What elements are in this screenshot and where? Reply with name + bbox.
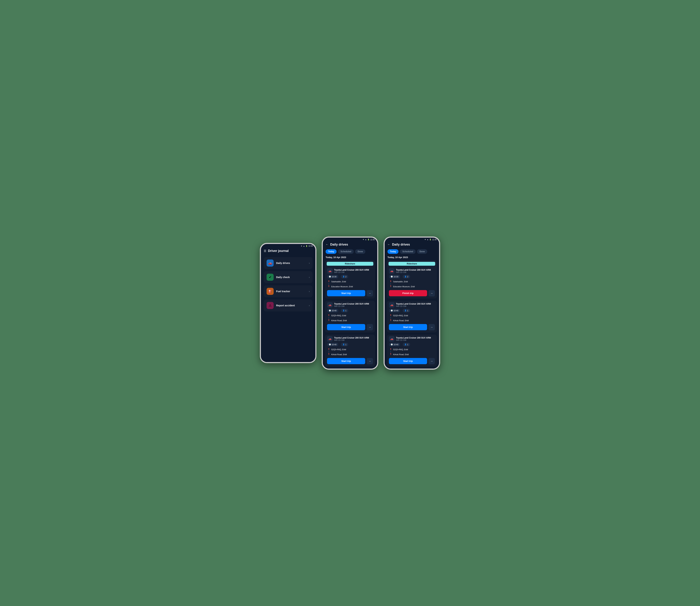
back-icon-3[interactable]: ← bbox=[388, 243, 390, 246]
passengers-value-3-3: 1 bbox=[407, 344, 409, 346]
arrow-button-2-2[interactable]: → bbox=[367, 324, 373, 330]
time-meta-3-2: 🕙 10:40 bbox=[389, 309, 400, 312]
time-meta-2-1: 🕙 10:30 bbox=[327, 275, 338, 278]
screen-2: ← Daily drives Today Scheduled Done Toda… bbox=[323, 240, 377, 369]
trip-card-body-2-1: 🚗 Toyota Land Cruiser 200 SUV ARM 068 CD… bbox=[325, 267, 375, 299]
tab-done-2[interactable]: Done bbox=[355, 249, 365, 254]
status-bar-3: ▼ ▲ 🔋 12:30 bbox=[384, 238, 439, 240]
car-info-2-3: Toyota Land Cruiser 200 SUV ARM 068 CD 3… bbox=[334, 336, 369, 341]
menu-hamburger-icon[interactable]: ☰ bbox=[264, 249, 266, 253]
route-2-2: 📍 52Q5+R6Q, Erbil 📍 Kirkuk Road, Erbil bbox=[327, 314, 373, 322]
car-row-3-1: 🚗 Toyota Land Cruiser 200 SUV ARM 068 CD… bbox=[389, 268, 435, 274]
start-trip-button-3-3[interactable]: Start trip bbox=[389, 358, 427, 364]
passengers-meta-2-2: 👤 1 bbox=[341, 309, 348, 312]
car-icon-3-2: 🚗 bbox=[389, 302, 395, 308]
route-from-2-3: 📍 52Q5+R6Q, Erbil bbox=[328, 348, 373, 351]
phone-2: ▼ ▲ 🔋 12:30 ← Daily drives Today Schedul… bbox=[322, 236, 378, 370]
status-time-2: 12:30 bbox=[370, 239, 375, 240]
meta-row-2-2: 🕙 10:40 👤 1 bbox=[327, 309, 373, 312]
app-title: Driver journal bbox=[268, 249, 289, 253]
battery-icon-3: 🔋 bbox=[429, 239, 431, 240]
start-trip-button-2-3[interactable]: Start trip bbox=[327, 358, 365, 364]
person-icon-2-3: 👤 bbox=[343, 344, 345, 345]
car-info-2-2: Toyota Land Cruiser 200 SUV ARM 068 CD 3… bbox=[334, 303, 369, 307]
car-info-3-1: Toyota Land Cruiser 200 SUV ARM 068 CD 3… bbox=[396, 269, 431, 273]
car-name-3-3: Toyota Land Cruiser 200 SUV ARM bbox=[396, 336, 431, 339]
route-to-3-3: 📍 Kirkuk Road, Erbil bbox=[390, 353, 435, 356]
arrow-button-3-2[interactable]: → bbox=[428, 324, 435, 330]
tab-today-2[interactable]: Today bbox=[326, 249, 336, 254]
person-icon-3-2: 👤 bbox=[404, 309, 406, 311]
tab-scheduled-3[interactable]: Scheduled bbox=[400, 249, 416, 254]
trip-card-2-1: Rideshare 🚗 Toyota Land Cruiser 200 SUV … bbox=[325, 260, 375, 299]
tab-done-3[interactable]: Done bbox=[417, 249, 427, 254]
menu-item-daily-drives[interactable]: 🚗 Daily drives › bbox=[264, 257, 312, 269]
start-trip-button-3-2[interactable]: Start trip bbox=[389, 324, 427, 330]
start-trip-button-2-2[interactable]: Start trip bbox=[327, 324, 365, 330]
car-plate-3-1: 068 CD 338 bbox=[396, 271, 431, 273]
car-name-2-1: Toyota Land Cruiser 200 SUV ARM bbox=[334, 269, 369, 271]
time-value-2-3: 10:40 bbox=[332, 344, 336, 346]
clock-icon-3-1: 🕙 bbox=[391, 276, 393, 278]
car-plate-2-2: 068 CD 338 bbox=[334, 305, 369, 307]
passengers-meta-3-1: 👤 2 bbox=[403, 275, 410, 278]
passengers-meta-3-3: 👤 1 bbox=[403, 343, 410, 346]
tab-today-3[interactable]: Today bbox=[388, 249, 398, 254]
car-icon-3-3: 🚗 bbox=[389, 336, 395, 342]
finish-trip-button-3-1[interactable]: Finish trip bbox=[389, 290, 427, 296]
meta-row-2-1: 🕙 10:30 👤 2 bbox=[327, 275, 373, 278]
arrow-button-2-3[interactable]: → bbox=[367, 358, 373, 364]
route-from-text-3-3: 52Q5+R6Q, Erbil bbox=[393, 348, 408, 351]
route-3-1: 📍 Salahaddin, Erbil 📍 Education Museum, … bbox=[389, 280, 435, 288]
route-to-dot-3-2: 📍 bbox=[390, 320, 392, 321]
route-from-text-2-3: 52Q5+R6Q, Erbil bbox=[331, 348, 346, 351]
start-trip-button-2-1[interactable]: Start trip bbox=[327, 290, 365, 296]
screen-3: ← Daily drives Today Scheduled Done Toda… bbox=[384, 240, 439, 369]
daily-check-arrow-icon: › bbox=[309, 276, 310, 279]
route-from-text-2-1: Salahaddin, Erbil bbox=[331, 281, 346, 283]
route-from-dot-3-1: 📍 bbox=[390, 281, 392, 282]
action-row-3-3: Start trip → bbox=[389, 358, 435, 364]
back-icon-2[interactable]: ← bbox=[326, 243, 328, 246]
signal-icon-3: ▼ bbox=[424, 239, 426, 240]
car-plate-2-3: 068 CD 338 bbox=[334, 339, 369, 341]
route-from-text-3-1: Salahaddin, Erbil bbox=[393, 281, 408, 283]
daily-check-label: Daily check bbox=[276, 276, 306, 279]
clock-icon-2-3: 🕙 bbox=[329, 344, 331, 345]
route-3-3: 📍 52Q5+R6Q, Erbil 📍 Kirkuk Road, Erbil bbox=[389, 348, 435, 356]
arrow-button-3-1[interactable]: → bbox=[428, 290, 435, 297]
arrow-button-3-3[interactable]: → bbox=[428, 358, 435, 364]
menu-item-daily-check[interactable]: ✔ Daily check › bbox=[264, 271, 312, 283]
menu-item-report-accident[interactable]: ⚠ Report accident › bbox=[264, 300, 312, 311]
car-icon-2-3: 🚗 bbox=[327, 336, 333, 342]
route-from-text-2-2: 52Q5+R6Q, Erbil bbox=[331, 314, 346, 317]
route-to-2-2: 📍 Kirkuk Road, Erbil bbox=[328, 319, 373, 322]
meta-row-3-3: 🕙 10:40 👤 1 bbox=[389, 343, 435, 346]
route-to-2-1: 📍 Education Museum, Erbil bbox=[328, 285, 373, 288]
car-row-2-3: 🚗 Toyota Land Cruiser 200 SUV ARM 068 CD… bbox=[327, 336, 373, 342]
car-plate-3-3: 068 CD 338 bbox=[396, 339, 431, 341]
wifi-icon-2: ▲ bbox=[365, 239, 367, 240]
time-value-3-2: 10:40 bbox=[394, 309, 398, 312]
wifi-icon-3: ▲ bbox=[427, 239, 428, 240]
daily-drives-title-3: Daily drives bbox=[392, 243, 410, 247]
person-icon-2-2: 👤 bbox=[343, 309, 345, 311]
route-line-3-3 bbox=[391, 351, 391, 353]
passengers-value-3-1: 2 bbox=[407, 276, 409, 278]
time-value-3-3: 10:40 bbox=[394, 344, 398, 346]
trip-card-body-3-2: 🚗 Toyota Land Cruiser 200 SUV ARM 068 CD… bbox=[387, 301, 437, 332]
screen-1: ☰ Driver journal 🚗 Daily drives › ✔ Dail… bbox=[261, 247, 316, 362]
time-value-3-1: 10:30 bbox=[394, 276, 398, 278]
passengers-meta-2-1: 👤 2 bbox=[341, 275, 348, 278]
route-to-text-3-2: Kirkuk Road, Erbil bbox=[393, 320, 409, 322]
car-icon-2-2: 🚗 bbox=[327, 302, 333, 308]
menu-item-fuel-tracker[interactable]: ⛽ Fuel tracker › bbox=[264, 285, 312, 297]
date-label-3: Today, 10 Apr 2023 bbox=[384, 255, 439, 260]
car-plate-2-1: 068 CD 338 bbox=[334, 271, 369, 273]
clock-icon-3-3: 🕙 bbox=[391, 344, 393, 345]
arrow-button-2-1[interactable]: → bbox=[367, 290, 373, 297]
tab-scheduled-2[interactable]: Scheduled bbox=[338, 249, 354, 254]
route-to-dot-3-3: 📍 bbox=[390, 353, 392, 355]
action-row-3-2: Start trip → bbox=[389, 324, 435, 330]
trip-card-2-2: 🚗 Toyota Land Cruiser 200 SUV ARM 068 CD… bbox=[325, 301, 375, 332]
